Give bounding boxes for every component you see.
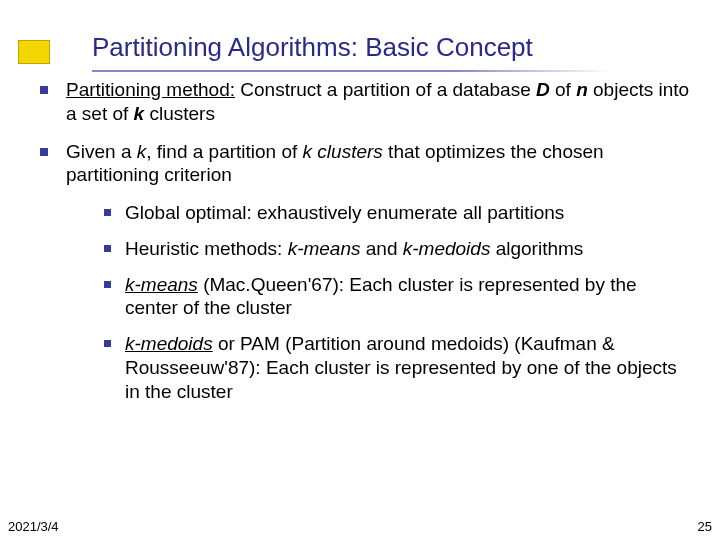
bullet-text: k-medoids or PAM (Partition around medoi… (125, 332, 690, 403)
text-underline: Partitioning method: (66, 79, 235, 100)
bullet-level1: Given a k, find a partition of k cluster… (40, 140, 690, 188)
bullet-square-icon (40, 148, 48, 156)
bullet-level1: Partitioning method: Construct a partiti… (40, 78, 690, 126)
bullet-level2: k-medoids or PAM (Partition around medoi… (104, 332, 690, 403)
bullet-square-icon (40, 86, 48, 94)
footer-date: 2021/3/4 (8, 519, 59, 534)
bullet-square-icon (104, 340, 111, 347)
slide-title: Partitioning Algorithms: Basic Concept (92, 32, 533, 63)
bullet-text: Heuristic methods: k-means and k-medoids… (125, 237, 690, 261)
sub-bullet-list: Global optimal: exhaustively enumerate a… (104, 201, 690, 403)
bullet-square-icon (104, 245, 111, 252)
bullet-square-icon (104, 281, 111, 288)
bullet-text: Partitioning method: Construct a partiti… (66, 78, 690, 126)
bullet-level2: Heuristic methods: k-means and k-medoids… (104, 237, 690, 261)
bullet-level2: k-means (Mac.Queen'67): Each cluster is … (104, 273, 690, 321)
title-accent-bar (18, 40, 50, 64)
bullet-text: Global optimal: exhaustively enumerate a… (125, 201, 690, 225)
title-underline (92, 70, 612, 72)
footer-page-number: 25 (698, 519, 712, 534)
body-content: Partitioning method: Construct a partiti… (40, 78, 690, 415)
bullet-square-icon (104, 209, 111, 216)
bullet-text: k-means (Mac.Queen'67): Each cluster is … (125, 273, 690, 321)
bullet-level2: Global optimal: exhaustively enumerate a… (104, 201, 690, 225)
bullet-text: Given a k, find a partition of k cluster… (66, 140, 690, 188)
